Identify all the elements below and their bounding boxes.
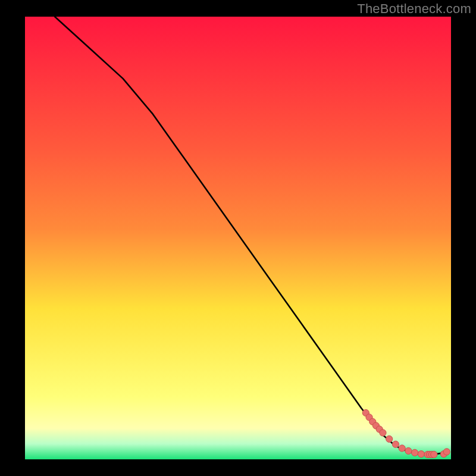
data-point xyxy=(418,450,424,457)
chart-svg xyxy=(25,17,451,459)
data-point xyxy=(431,451,437,458)
data-point xyxy=(412,449,418,456)
data-point xyxy=(443,449,450,455)
chart-frame: TheBottleneck.com xyxy=(0,0,476,476)
gradient-background xyxy=(25,17,451,459)
data-point xyxy=(392,441,399,447)
data-point xyxy=(386,436,393,442)
plot-area xyxy=(25,17,451,459)
watermark-text: TheBottleneck.com xyxy=(357,1,471,17)
data-point xyxy=(405,447,412,454)
data-point xyxy=(399,445,405,452)
data-point xyxy=(380,430,386,436)
